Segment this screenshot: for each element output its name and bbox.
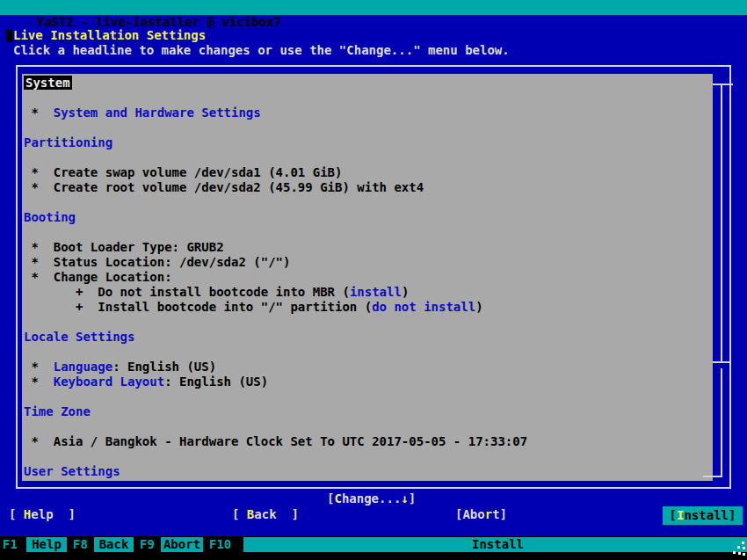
- blank: [24, 389, 713, 404]
- text-segment: * Create root volume /dev/sda2 (45.99 Gi…: [24, 180, 424, 194]
- time-zone-line: * Asia / Bangkok - Hardware Clock Set To…: [24, 434, 713, 449]
- fkey-f8-key: F8: [73, 537, 88, 552]
- do-not-install-bootcode-root-link[interactable]: do not install: [372, 300, 475, 314]
- help-button[interactable]: [ Help ]: [9, 507, 76, 521]
- fkey-f8-label[interactable]: Back: [94, 537, 134, 552]
- partitioning-heading-link[interactable]: Partitioning: [24, 135, 112, 149]
- blank: [24, 225, 713, 240]
- system-heading: System: [24, 76, 713, 91]
- resize-grip[interactable]: [743, 553, 745, 556]
- partitioning-heading: Partitioning: [24, 135, 713, 150]
- fkey-f10-label[interactable]: Install: [243, 537, 747, 552]
- back-button[interactable]: [ Back ]: [232, 507, 299, 521]
- blank: [24, 150, 713, 165]
- resize-grip[interactable]: [742, 542, 744, 544]
- fkey-f1-label[interactable]: Help: [26, 537, 67, 552]
- text-segment: * Change Location:: [24, 270, 172, 284]
- text-segment: * Boot Loader Type: GRUB2: [24, 240, 224, 254]
- bootcode-root-line: + Install bootcode into "/" partition (d…: [24, 300, 713, 315]
- language-line: * Language: English (US): [24, 360, 713, 375]
- text-segment: [Abo: [455, 507, 485, 521]
- page-subtitle: Click a headline to make changes or use …: [13, 43, 510, 58]
- text-segment: [: [232, 507, 247, 521]
- page-title: Live Installation Settings: [13, 28, 206, 43]
- blank: [24, 419, 713, 434]
- blank: [24, 120, 713, 135]
- system-and-hardware-settings-link[interactable]: System and Hardware Settings: [54, 105, 261, 120]
- terminal-screen: YaST2 - live-installer @ vicibox7 Live I…: [0, 0, 747, 560]
- text-segment: [: [670, 508, 677, 522]
- resize-grip[interactable]: [737, 546, 740, 549]
- change-menu-button[interactable]: [Change...↓]: [327, 491, 416, 505]
- bootcode-mbr-line: + Do not install bootcode into MBR (inst…: [24, 285, 713, 300]
- window-titlebar: YaST2 - live-installer @ vicibox7: [0, 0, 747, 15]
- text-segment: [: [9, 507, 24, 521]
- text-segment: *: [24, 105, 54, 120]
- user-settings-heading: User Settings: [24, 464, 713, 479]
- text-segment: *: [24, 360, 54, 374]
- status-location-line: * Status Location: /dev/sda2 ("/"): [24, 255, 713, 270]
- install-bootcode-mbr-link[interactable]: install: [350, 285, 402, 299]
- swap-volume-line: * Create swap volume /dev/sda1 (4.01 GiB…: [24, 165, 713, 180]
- keyboard-layout-line: * Keyboard Layout: English (US): [24, 375, 713, 389]
- text-segment: : English (US): [112, 360, 216, 374]
- text-segment: t]: [492, 507, 507, 521]
- text-segment: *: [24, 375, 54, 389]
- function-key-bar: F1 Help F8 Back F9 Abort F10 Install: [0, 536, 747, 560]
- fkey-f9-label[interactable]: Abort: [161, 537, 203, 552]
- time-zone-heading-link[interactable]: Time Zone: [24, 404, 91, 418]
- text-segment: C: [334, 491, 341, 505]
- booting-heading: Booting: [24, 210, 713, 225]
- blank: [24, 195, 713, 210]
- locale-settings-heading: Locale Settings: [24, 330, 713, 345]
- system-heading-link[interactable]: System: [24, 76, 72, 90]
- language-link[interactable]: Language: [54, 360, 112, 374]
- boot-loader-type-line: * Boot Loader Type: GRUB2: [24, 240, 713, 255]
- text-segment: + Do not install bootcode into MBR (: [24, 285, 350, 299]
- fkey-f10-key: F10: [209, 537, 231, 552]
- locale-settings-heading-link[interactable]: Locale Settings: [24, 330, 134, 344]
- terminal-cursor: [6, 29, 12, 42]
- text-segment: + Install bootcode into "/" partition (: [24, 300, 372, 314]
- root-volume-line: * Create root volume /dev/sda2 (45.99 Gi…: [24, 180, 713, 195]
- text-segment: * Status Location: /dev/sda2 ("/"): [24, 255, 290, 269]
- scrollbar-tick-mid: [713, 361, 730, 363]
- window-title: YaST2 - live-installer @ vicibox7: [37, 15, 281, 29]
- text-segment: ]: [409, 491, 416, 505]
- resize-grip[interactable]: [733, 551, 736, 554]
- blank: [24, 91, 713, 105]
- scrollbar-tick-top: [713, 84, 733, 85]
- text-segment: ): [402, 285, 409, 299]
- blank: [24, 315, 713, 330]
- system-hardware-line: * System and Hardware Settings: [24, 105, 713, 120]
- text-segment: r: [485, 507, 492, 521]
- text-segment: nstall]: [684, 508, 736, 522]
- keyboard-layout-link[interactable]: Keyboard Layout: [54, 375, 164, 389]
- blank: [24, 449, 713, 464]
- abort-button[interactable]: [Abort]: [455, 507, 507, 521]
- text-segment: ): [475, 300, 482, 314]
- change-location-line: * Change Location:: [24, 270, 713, 285]
- text-segment: hange...: [342, 491, 401, 505]
- scrollbar-tick-bottom: [703, 476, 722, 477]
- scrollbar-thumb[interactable]: [721, 84, 722, 363]
- text-segment: : English (US): [164, 375, 268, 389]
- text-segment: elp ]: [31, 507, 76, 521]
- fkey-f9-key: F9: [140, 537, 155, 552]
- fkey-f1-key: F1: [3, 537, 18, 552]
- text-segment: ↓: [401, 491, 408, 505]
- time-zone-heading: Time Zone: [24, 404, 713, 419]
- text-segment: * Asia / Bangkok - Hardware Clock Set To…: [24, 434, 527, 448]
- settings-panel: System * System and Hardware SettingsPar…: [22, 74, 713, 481]
- blank: [24, 345, 713, 360]
- scrollbar-track[interactable]: [721, 368, 722, 477]
- resize-grip[interactable]: [743, 547, 745, 549]
- text-segment: ack ]: [254, 507, 299, 521]
- text-segment: * Create swap volume /dev/sda1 (4.01 GiB…: [24, 165, 342, 179]
- resize-grip[interactable]: [738, 552, 741, 555]
- install-button[interactable]: [Install]: [663, 506, 743, 525]
- booting-heading-link[interactable]: Booting: [24, 210, 76, 224]
- user-settings-heading-link[interactable]: User Settings: [24, 464, 120, 478]
